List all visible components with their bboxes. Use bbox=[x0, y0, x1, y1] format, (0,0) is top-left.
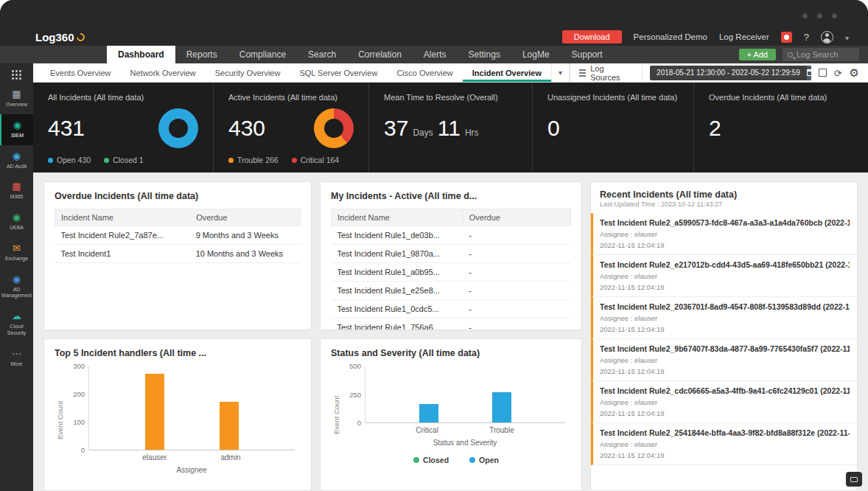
personalized-demo-link[interactable]: Personalized Demo bbox=[634, 32, 707, 41]
nav-tab-correlation[interactable]: Correlation bbox=[347, 46, 413, 63]
nav-tab-settings[interactable]: Settings bbox=[458, 46, 511, 63]
sidebar-item-overview[interactable]: ▦ Overview bbox=[0, 83, 33, 114]
help-icon[interactable]: ? bbox=[804, 32, 809, 43]
nav-tab-support[interactable]: Support bbox=[561, 46, 614, 63]
all-incidents-donut-chart[interactable] bbox=[158, 108, 198, 148]
log-receiver-link[interactable]: Log Receiver bbox=[719, 32, 769, 41]
log-search-box[interactable] bbox=[783, 48, 859, 61]
mean-time-value: 37 Days 11 Hrs bbox=[384, 116, 479, 141]
nav-tab-logme[interactable]: LogMe bbox=[511, 46, 561, 63]
nav-tab-dashboard[interactable]: Dashboard bbox=[107, 46, 175, 63]
recent-incidents-panel: Recent Incidents (All time data) Last Up… bbox=[590, 181, 858, 491]
incident-item[interactable]: Test Incident Rule2_cdc06665-a5a3-4ffb-9… bbox=[591, 381, 857, 423]
apps-grid-icon[interactable] bbox=[12, 70, 22, 80]
nav-tab-search[interactable]: Search bbox=[297, 46, 347, 63]
sidebar-item-exchange[interactable]: ✉ Exchange bbox=[0, 237, 33, 268]
legend-open[interactable]: Open bbox=[469, 456, 499, 464]
user-avatar-icon[interactable] bbox=[821, 31, 833, 43]
fullscreen-icon[interactable] bbox=[819, 69, 826, 77]
subtab-events-overview[interactable]: Events Overview bbox=[41, 63, 121, 82]
ad-audit-icon: ◉ bbox=[13, 151, 21, 161]
cloud-security-icon: ☁ bbox=[12, 311, 21, 321]
search-icon bbox=[788, 52, 793, 58]
app-window: Log360 Download Personalized Demo Log Re… bbox=[0, 0, 868, 491]
kpi-active-incidents: Active Incidents (All time data) 430 Tro… bbox=[214, 83, 369, 173]
top-handlers-bar-chart: Event Count 300 200 100 0 bbox=[55, 366, 301, 474]
incident-item[interactable]: Test Incident Rule2_9b67407f-83da-4877-8… bbox=[591, 339, 857, 381]
table-row[interactable]: Test Incident Rule1_756a6...- bbox=[332, 318, 571, 331]
notification-icon[interactable] bbox=[781, 32, 792, 43]
table-row[interactable]: Test Incident Rule1_9870a...- bbox=[332, 245, 571, 263]
download-button[interactable]: Download bbox=[562, 30, 622, 43]
more-tabs-chevron-icon[interactable] bbox=[551, 63, 570, 82]
column-header-overdue[interactable]: Overdue bbox=[190, 209, 301, 226]
sidebar-item-ad-management[interactable]: ◉ AD Management bbox=[0, 268, 33, 306]
nav-tab-reports[interactable]: Reports bbox=[175, 46, 228, 63]
refresh-icon[interactable] bbox=[834, 66, 842, 80]
status-severity-panel: Status and Severity (All time data) Even… bbox=[320, 338, 582, 491]
unassigned-incidents-value: 0 bbox=[547, 116, 560, 141]
incident-item[interactable]: Test Incident Rule2_2541844e-bffa-4aa3-9… bbox=[591, 423, 857, 465]
log-sources-button[interactable]: Log Sources bbox=[570, 63, 643, 82]
table-row[interactable]: Test Incident Rule1_de03b...- bbox=[332, 226, 571, 245]
subtab-cisco-overview[interactable]: Cisco Overview bbox=[387, 63, 462, 82]
kpi-overdue-incidents: Overdue Incidents (All time data) 2 bbox=[694, 83, 868, 173]
calendar-icon[interactable] bbox=[807, 66, 811, 80]
support-widget-button[interactable] bbox=[846, 472, 862, 487]
status-severity-bar-chart: Event Count 500 250 0 bbox=[331, 366, 571, 464]
column-header-incident-name[interactable]: Incident Name bbox=[332, 209, 463, 226]
dashboard-subnav: Events Overview Network Overview Securit… bbox=[33, 63, 868, 83]
user-menu-chevron-icon[interactable] bbox=[845, 30, 849, 43]
column-header-overdue[interactable]: Overdue bbox=[463, 209, 570, 226]
sidebar-item-m365[interactable]: ▦ M365 bbox=[0, 175, 33, 206]
sidebar-item-cloud-security[interactable]: ☁ Cloud Security bbox=[0, 305, 33, 343]
sidebar-item-ueba[interactable]: ◉ UEBA bbox=[0, 206, 33, 237]
ad-management-icon: ◉ bbox=[13, 274, 21, 285]
add-button[interactable]: + Add bbox=[739, 49, 776, 60]
sidebar-item-ad-audit[interactable]: ◉ AD Audit bbox=[0, 145, 33, 176]
log-search-input[interactable] bbox=[797, 50, 854, 59]
nav-tab-compliance[interactable]: Compliance bbox=[228, 46, 297, 63]
sidebar-item-more[interactable]: ⋯ More bbox=[0, 343, 33, 374]
exchange-icon: ✉ bbox=[13, 243, 21, 254]
overdue-incidents-panel: Overdue Incidents (All time data) Incide… bbox=[43, 181, 312, 330]
incident-item[interactable]: Test Incident Rule2_2036701f-8ad9-4547-8… bbox=[591, 297, 857, 339]
log-sources-icon bbox=[579, 69, 586, 71]
settings-gear-icon[interactable] bbox=[850, 66, 859, 80]
main-nav: Dashboard Reports Compliance Search Corr… bbox=[0, 46, 868, 63]
sidebar-item-siem[interactable]: ◉ SIEM bbox=[0, 114, 33, 145]
window-chrome bbox=[0, 0, 868, 28]
subtab-security-overview[interactable]: Security Overview bbox=[206, 63, 290, 82]
subtab-sql-server-overview[interactable]: SQL Server Overview bbox=[290, 63, 387, 82]
table-row[interactable]: Test Incident Rule2_7a87e... 9 Months an… bbox=[55, 226, 301, 245]
table-row[interactable]: Test Incident Rule1_0cdc5...- bbox=[332, 300, 571, 318]
bar-critical[interactable] bbox=[419, 404, 438, 422]
all-incidents-value: 431 bbox=[48, 116, 85, 141]
column-header-incident-name[interactable]: Incident Name bbox=[55, 209, 190, 226]
table-row[interactable]: Test Incident1 10 Months and 3 Weeks bbox=[55, 245, 301, 263]
incident-item[interactable]: Test Incident Rule2_a5990573-fdc8-467a-a… bbox=[591, 213, 857, 255]
overview-icon: ▦ bbox=[12, 89, 21, 100]
bar-admin[interactable] bbox=[220, 402, 239, 450]
nav-tab-alerts[interactable]: Alerts bbox=[413, 46, 458, 63]
bar-trouble[interactable] bbox=[492, 392, 511, 422]
window-controls[interactable] bbox=[802, 13, 837, 18]
active-incidents-donut-chart[interactable] bbox=[314, 108, 354, 148]
subtab-incident-overview[interactable]: Incident Overview bbox=[463, 63, 551, 82]
table-row[interactable]: Test Incident Rule1_e25e8...- bbox=[332, 282, 571, 300]
legend-closed[interactable]: Closed bbox=[413, 456, 449, 464]
closed-legend-dot bbox=[413, 457, 419, 463]
kpi-mean-time-resolve: Mean Time to Resolve (Overall) 37 Days 1… bbox=[369, 83, 533, 173]
dashboard-grid: Overdue Incidents (All time data) Incide… bbox=[33, 173, 868, 491]
table-row[interactable]: Test Incident Rule1_a0b95...- bbox=[332, 263, 571, 282]
last-updated-time: Last Updated Time : 2023-10-12 11:43:27 bbox=[600, 201, 848, 208]
sidebar: ▦ Overview ◉ SIEM ◉ AD Audit ▦ M365 ◉ UE… bbox=[0, 63, 33, 491]
incident-item[interactable]: Test Incident Rule2_e217012b-cdd4-43d5-a… bbox=[591, 255, 857, 297]
kpi-band: All Incidents (All time data) 431 Open 4… bbox=[33, 83, 868, 173]
date-range-picker[interactable]: 2018-05-21 12:30:00 - 2022-05-22 12:29:5… bbox=[650, 66, 811, 80]
bar-elauser[interactable] bbox=[145, 374, 164, 450]
subtab-network-overview[interactable]: Network Overview bbox=[121, 63, 206, 82]
active-incidents-value: 430 bbox=[228, 116, 265, 141]
log360-logo: Log360 bbox=[35, 31, 85, 43]
m365-icon: ▦ bbox=[12, 181, 21, 192]
